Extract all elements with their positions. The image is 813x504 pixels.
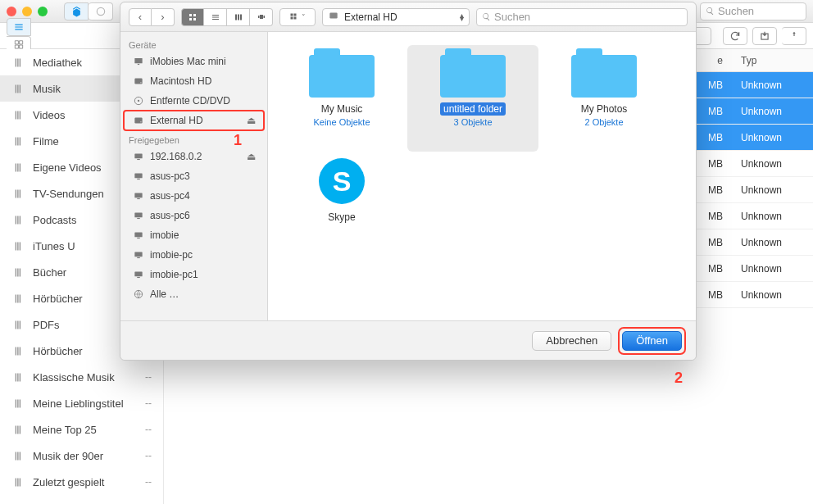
- dialog-sidebar-item[interactable]: 192.168.0.2⏏: [124, 147, 264, 166]
- sidebar-item-label: Filme: [33, 135, 59, 148]
- dialog-sidebar-item[interactable]: imobie: [124, 225, 264, 245]
- svg-rect-8: [240, 14, 242, 20]
- table-header-type[interactable]: Typ: [731, 49, 813, 71]
- svg-point-0: [97, 7, 104, 15]
- imac-icon: [132, 56, 145, 67]
- folder-tile[interactable]: My Photos2 Objekte: [538, 45, 670, 152]
- dialog-sidebar-item[interactable]: Entfernte CD/DVD: [124, 91, 264, 111]
- sidebar-item-badge: --: [145, 371, 152, 383]
- nav-forward-button[interactable]: ›: [152, 8, 175, 26]
- svg-rect-11: [263, 16, 265, 18]
- window-search[interactable]: Suchen: [700, 2, 806, 20]
- dialog-sidebar-item-label: asus-pc6: [150, 210, 190, 221]
- dialog-sidebar-item[interactable]: imobie-pc: [124, 245, 264, 265]
- list-view-button[interactable]: [204, 8, 227, 26]
- dialog-search[interactable]: Suchen: [476, 8, 688, 26]
- dialog-sidebar-item[interactable]: Alle …: [124, 284, 264, 304]
- dialog-sidebar-item[interactable]: imobie-pc1: [124, 265, 264, 284]
- sidebar-item[interactable]: Klassische Musik--: [0, 364, 163, 390]
- cancel-button[interactable]: Abbrechen: [532, 331, 611, 351]
- eject-icon[interactable]: ⏏: [247, 151, 256, 162]
- minimize-window-button[interactable]: [22, 7, 32, 16]
- view-segment: [181, 8, 273, 26]
- dialog-sidebar-item[interactable]: asus-pc3: [124, 166, 264, 186]
- list-icon: [11, 319, 25, 331]
- chevron-updown-icon: ▴▾: [460, 13, 464, 21]
- dialog-content[interactable]: My MusicKeine Objekteuntitled folder3 Ob…: [268, 32, 696, 320]
- list-icon: [11, 424, 25, 436]
- sidebar-item-label: Klassische Musik: [33, 371, 115, 384]
- folder-icon: [571, 48, 637, 98]
- dialog-sidebar-item[interactable]: iMobies Mac mini: [124, 52, 264, 71]
- coverflow-view-button[interactable]: [250, 8, 273, 26]
- refresh-button[interactable]: [723, 27, 747, 45]
- location-dropdown[interactable]: External HD ▴▾: [322, 8, 470, 26]
- sidebar-item[interactable]: Musik der 90er--: [0, 443, 163, 469]
- dialog-sidebar[interactable]: GeräteiMobies Mac miniMacintosh HDEntfer…: [120, 32, 268, 320]
- svg-rect-14: [291, 16, 293, 19]
- folder-tile[interactable]: My MusicKeine Objekte: [276, 45, 407, 152]
- activity-icon[interactable]: [89, 2, 113, 20]
- svg-rect-17: [134, 58, 142, 63]
- tile-label: My Music: [318, 102, 366, 116]
- column-view-button[interactable]: [227, 8, 250, 26]
- list-icon: [11, 345, 25, 357]
- cell-type: Unknown: [731, 237, 813, 248]
- nav-back-button[interactable]: ‹: [129, 8, 152, 26]
- list-icon: [11, 240, 25, 252]
- sidebar-item[interactable]: Meine Lieblingstitel--: [0, 390, 163, 416]
- list-icon: [11, 188, 25, 200]
- cell-type: Unknown: [731, 263, 813, 275]
- svg-point-24: [140, 121, 141, 122]
- eject-icon[interactable]: ⏏: [247, 115, 256, 126]
- sidebar-item[interactable]: Meine Top 25--: [0, 416, 163, 443]
- dialog-footer: Abbrechen Öffnen: [120, 320, 696, 360]
- cell-type: Unknown: [731, 106, 813, 117]
- dialog-sidebar-item-label: imobie-pc: [150, 249, 193, 261]
- sidebar-item-label: Zuletzt gespielt: [33, 476, 104, 488]
- dialog-sidebar-item-label: Macintosh HD: [150, 75, 211, 87]
- sidebar-item-label: Musik der 90er: [33, 450, 103, 462]
- folder-tile[interactable]: untitled folder3 Objekte: [407, 45, 538, 152]
- more-actions-button[interactable]: [782, 27, 806, 45]
- dialog-sidebar-item-label: External HD: [150, 115, 203, 126]
- list-icon: [11, 293, 25, 305]
- app-tile[interactable]: SSkype: [276, 152, 407, 258]
- list-icon: [11, 476, 25, 488]
- dialog-sidebar-item-label: 192.168.0.2: [150, 151, 202, 162]
- svg-rect-5: [193, 18, 196, 20]
- list-icon: [11, 397, 25, 410]
- svg-rect-15: [294, 16, 297, 19]
- svg-rect-30: [137, 198, 140, 199]
- app-icon: S: [319, 158, 365, 204]
- zoom-window-button[interactable]: [38, 7, 48, 16]
- tile-label: Skype: [325, 211, 358, 224]
- folder-icon: [309, 48, 375, 98]
- globe-icon: [132, 288, 145, 300]
- svg-rect-10: [258, 16, 260, 18]
- list-view-tab[interactable]: [7, 18, 31, 36]
- window-traffic-lights: [7, 7, 48, 16]
- display-icon: [132, 249, 145, 261]
- dialog-sidebar-item[interactable]: Macintosh HD: [124, 71, 264, 91]
- sidebar-item-label: Bücher: [33, 266, 66, 279]
- music-library-icon[interactable]: [64, 2, 89, 20]
- icon-view-button[interactable]: [181, 8, 204, 26]
- dialog-sidebar-item[interactable]: External HD⏏: [124, 111, 264, 130]
- svg-rect-34: [137, 238, 140, 238]
- dialog-sidebar-item[interactable]: asus-pc4: [124, 186, 264, 206]
- sidebar-item[interactable]: Zuletzt gespielt--: [0, 469, 163, 495]
- export-button[interactable]: [752, 27, 777, 45]
- close-window-button[interactable]: [7, 7, 16, 16]
- dialog-sidebar-item-label: asus-pc4: [150, 190, 190, 202]
- open-button[interactable]: Öffnen: [622, 331, 682, 351]
- arrange-dropdown[interactable]: ˅: [279, 8, 316, 26]
- dialog-sidebar-item[interactable]: asus-pc6: [124, 206, 264, 225]
- display-icon: [132, 190, 145, 202]
- list-icon: [11, 371, 25, 384]
- svg-rect-4: [189, 18, 192, 20]
- dialog-sidebar-item-label: Alle …: [150, 288, 179, 300]
- svg-rect-32: [137, 218, 140, 219]
- list-icon: [11, 57, 25, 69]
- cell-type: Unknown: [731, 211, 813, 222]
